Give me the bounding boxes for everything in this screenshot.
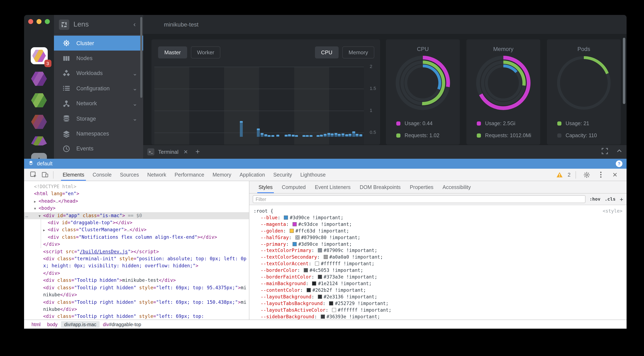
color-swatch[interactable]: [318, 275, 322, 279]
dom-tree-row[interactable]: <!DOCTYPE html>: [24, 183, 249, 190]
breadcrumb-item[interactable]: body: [44, 321, 61, 328]
breadcrumb-item[interactable]: div#app.is-mac: [61, 321, 100, 328]
color-swatch[interactable]: [312, 281, 316, 286]
css-property-row[interactable]: --sidebarBackground: #36393e !important;: [254, 314, 623, 320]
new-style-rule-button[interactable]: +: [620, 196, 623, 202]
color-swatch[interactable]: [284, 215, 288, 220]
color-swatch[interactable]: [290, 229, 294, 233]
terminal-collapse-icon[interactable]: [616, 148, 622, 156]
metric-cpu-tab[interactable]: CPU: [315, 46, 338, 58]
styles-tab-styles[interactable]: Styles: [254, 181, 277, 193]
dom-tree-row[interactable]: …▼<div id="app" class="is-mac"> == $0: [24, 212, 249, 219]
css-property-row[interactable]: --halfGray: #87909c80 !important;: [254, 234, 623, 241]
help-icon[interactable]: ?: [616, 160, 622, 167]
row-gutter-menu[interactable]: …: [25, 212, 29, 219]
color-swatch[interactable]: [318, 295, 322, 299]
dom-tree-row[interactable]: <div id="draggable-top"></div>: [24, 219, 249, 226]
color-swatch[interactable]: [324, 255, 328, 259]
terminal-tab[interactable]: Terminal: [158, 149, 178, 155]
terminal-add-icon[interactable]: +: [196, 148, 200, 156]
tab-elements[interactable]: Elements: [58, 169, 88, 181]
dom-tree-row[interactable]: <html lang="en">: [24, 190, 249, 198]
css-property-row[interactable]: --textColorAccent: #ffffff !important;: [254, 261, 623, 268]
color-swatch[interactable]: [295, 235, 300, 239]
device-toolbar-icon[interactable]: [41, 171, 49, 179]
dom-tree-row[interactable]: <div class="Tooltip right hidden" style=…: [24, 299, 249, 313]
color-swatch[interactable]: [292, 242, 297, 246]
dom-tree-row[interactable]: <script src="/build/LensDev.js"></script…: [24, 248, 249, 255]
dom-tree-row[interactable]: <div class="terminal-init" style="positi…: [24, 255, 249, 270]
expanded-arrow-icon[interactable]: ▼: [38, 212, 41, 220]
dom-tree-row[interactable]: <div class="Notifications flex column al…: [24, 234, 249, 241]
style-source-link[interactable]: <style>: [603, 208, 622, 215]
cluster-item[interactable]: [31, 93, 47, 107]
dom-tree-row[interactable]: ▶<div class="ClusterManager">…</div>: [24, 226, 249, 234]
styles-tab-computed[interactable]: Computed: [277, 181, 310, 193]
tab-memory[interactable]: Memory: [208, 169, 236, 181]
css-property-row[interactable]: --layoutTabsActiveColor: #ffffff !import…: [254, 307, 623, 314]
color-swatch[interactable]: [321, 314, 325, 319]
css-property-row[interactable]: --mainBackground: #1e2124 !important;: [254, 281, 623, 287]
color-swatch[interactable]: [318, 248, 322, 253]
color-swatch[interactable]: [332, 308, 336, 312]
collapsed-arrow-icon[interactable]: ▶: [43, 227, 45, 234]
cluster-item[interactable]: [31, 136, 47, 146]
css-property-row[interactable]: --magenta: #c93dce !important;: [254, 221, 623, 228]
css-property-row[interactable]: --golden: #ffc63d !important;: [254, 228, 623, 234]
css-property-row[interactable]: --textColorPrimary: #87909c !important;: [254, 248, 623, 254]
sidebar-item-configuration[interactable]: Configuration⌄: [54, 81, 143, 96]
node-worker-tab[interactable]: Worker: [191, 46, 220, 58]
dom-tree-row[interactable]: </div>: [24, 241, 249, 248]
color-swatch[interactable]: [315, 262, 319, 266]
zoom-window-button[interactable]: [45, 19, 50, 24]
dom-tree-row[interactable]: ▼<body>: [24, 205, 249, 212]
tab-lighthouse[interactable]: Lighthouse: [296, 169, 330, 181]
css-property-row[interactable]: --layoutBackground: #2e3136 !important;: [254, 294, 623, 301]
sidebar-item-workloads[interactable]: Workloads⌄: [54, 66, 143, 81]
close-window-button[interactable]: [28, 19, 33, 24]
warning-icon[interactable]: [556, 171, 563, 179]
expanded-arrow-icon[interactable]: ▼: [34, 205, 36, 212]
dom-tree-row[interactable]: </div>: [24, 270, 249, 277]
sidebar-item-cluster[interactable]: Cluster: [54, 36, 143, 51]
toggle-hover-state-button[interactable]: :hov: [590, 196, 600, 202]
tab-security[interactable]: Security: [269, 169, 296, 181]
node-master-tab[interactable]: Master: [158, 46, 187, 58]
dom-tree-row[interactable]: ▶<head>…</head>: [24, 198, 249, 205]
css-property-row[interactable]: --borderColor: #4c5053 !important;: [254, 267, 623, 274]
breadcrumb-item[interactable]: div#draggable-top: [100, 321, 144, 328]
tab-application[interactable]: Application: [236, 169, 269, 181]
dom-tree-row[interactable]: <div class="Tooltip right hidden" style=…: [24, 313, 249, 320]
inspect-element-icon[interactable]: [29, 171, 37, 179]
content-scrollbar[interactable]: [623, 38, 625, 104]
cluster-item[interactable]: [31, 115, 47, 129]
tab-sources[interactable]: Sources: [116, 169, 143, 181]
cluster-item[interactable]: [31, 72, 47, 86]
toggle-class-button[interactable]: .cls: [604, 196, 616, 202]
dom-tree-row[interactable]: <div class="Tooltip right hidden" style=…: [24, 284, 249, 299]
sidebar-item-namespaces[interactable]: Namespaces: [54, 126, 143, 141]
color-swatch[interactable]: [329, 301, 334, 305]
dom-tree-row[interactable]: <div class="Tooltip hidden">minikube-tes…: [24, 277, 249, 284]
css-property-row[interactable]: --blue: #3d90ce !important;: [254, 215, 623, 221]
devtools-close-icon[interactable]: ✕: [611, 171, 619, 179]
cluster-item-active[interactable]: 3: [30, 47, 48, 64]
styles-tab-accessibility[interactable]: Accessibility: [438, 181, 475, 193]
styles-tab-dom-breakpoints[interactable]: DOM Breakpoints: [355, 181, 405, 193]
terminal-fullscreen-icon[interactable]: [602, 148, 608, 156]
sidebar-item-network[interactable]: Network⌄: [54, 96, 143, 111]
css-property-row[interactable]: --layoutTabsBackground: #252729 !importa…: [254, 300, 623, 307]
color-swatch[interactable]: [292, 222, 297, 226]
kebab-menu-icon[interactable]: [597, 171, 605, 179]
css-property-row[interactable]: --primary: #3d90ce !important;: [254, 241, 623, 248]
metric-memory-tab[interactable]: Memory: [342, 46, 374, 58]
tab-performance[interactable]: Performance: [170, 169, 208, 181]
css-property-row[interactable]: --borderFaintColor: #373a3e !important;: [254, 274, 623, 281]
sidebar-scrollbar[interactable]: [140, 17, 142, 98]
styles-tab-properties[interactable]: Properties: [405, 181, 438, 193]
sidebar-item-events[interactable]: Events: [54, 141, 143, 156]
tab-network[interactable]: Network: [143, 169, 170, 181]
css-property-row[interactable]: --textColorSecondary: #a0a0a0 !important…: [254, 254, 623, 261]
sidebar-item-storage[interactable]: Storage⌄: [54, 111, 143, 126]
color-swatch[interactable]: [307, 288, 311, 292]
